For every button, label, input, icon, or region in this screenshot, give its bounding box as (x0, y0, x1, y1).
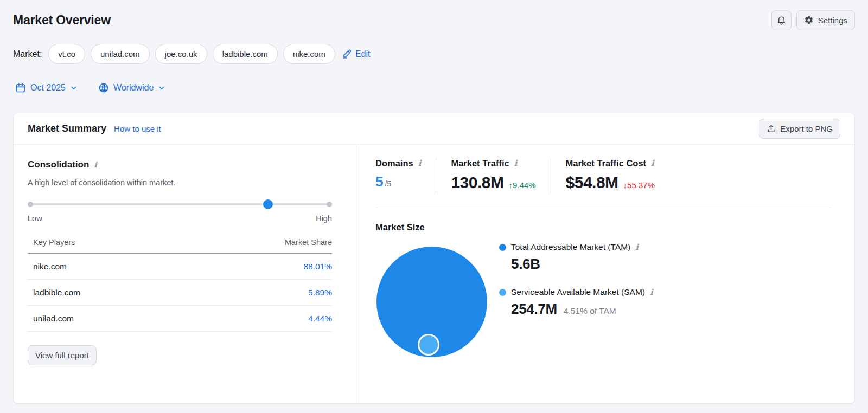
metric-market-traffic: Market Traffic i 130.8M ↑9.44% (451, 158, 535, 192)
domains-label: Domains (375, 158, 413, 169)
domains-value: 5 (375, 173, 383, 190)
sam-bubble (418, 334, 439, 356)
sam-value: 254.7M (511, 301, 557, 318)
info-icon[interactable]: i (514, 159, 518, 167)
bubble-chart (375, 238, 499, 364)
tam-legend-block: Total Addressable Market (TAM) i 5.6B (499, 242, 653, 273)
slider-low-label: Low (28, 214, 42, 223)
view-full-report-label: View full report (35, 351, 89, 360)
page-title: Market Overview (13, 13, 111, 28)
player-domain: nike.com (33, 262, 67, 272)
market-metrics-section: Domains i 5 /5 Market Traffic i (356, 145, 854, 403)
date-filter[interactable]: Oct 2025 (15, 82, 78, 93)
market-traffic-cost-change: ↓55.37% (623, 180, 655, 190)
table-row: ladbible.com 5.89% (28, 280, 332, 306)
slider-high-label: High (316, 214, 332, 223)
market-traffic-cost-value: $54.8M (566, 173, 618, 192)
card-title: Market Summary (28, 123, 106, 134)
market-definition-row: Market: vt.co unilad.com joe.co.uk ladbi… (13, 44, 855, 64)
market-label: Market: (13, 49, 42, 59)
card-body: Consolidation i A high level of consolid… (14, 145, 854, 403)
market-summary-card: Market Summary How to use it Export to P… (13, 113, 855, 404)
globe-icon (98, 82, 109, 93)
key-players-table: Key Players Market Share nike.com 88.01%… (28, 238, 332, 332)
export-png-button[interactable]: Export to PNG (759, 119, 840, 139)
market-size-chart: Total Addressable Market (TAM) i 5.6B Se… (375, 238, 831, 364)
pencil-icon (342, 49, 352, 59)
table-row: unilad.com 4.44% (28, 306, 332, 332)
gear-icon (804, 15, 814, 25)
metric-market-traffic-cost: Market Traffic Cost i $54.8M ↓55.37% (566, 158, 655, 192)
header-actions: Settings (771, 10, 855, 30)
player-share-link[interactable]: 5.89% (308, 288, 332, 298)
chevron-down-icon (158, 84, 165, 92)
edit-market-link[interactable]: Edit (342, 49, 371, 59)
edit-link-label: Edit (355, 49, 371, 59)
export-png-label: Export to PNG (780, 124, 833, 133)
market-traffic-value: 130.8M (451, 173, 503, 192)
consolidation-slider (28, 199, 332, 209)
divider (551, 158, 551, 194)
bell-icon (776, 15, 787, 25)
settings-button[interactable]: Settings (796, 10, 855, 30)
consolidation-section: Consolidation i A high level of consolid… (14, 145, 356, 403)
slider-end-high (327, 202, 332, 207)
date-filter-label: Oct 2025 (30, 83, 66, 93)
info-icon[interactable]: i (651, 159, 654, 167)
info-icon[interactable]: i (418, 159, 422, 167)
player-domain: ladbible.com (33, 288, 80, 298)
metrics-row: Domains i 5 /5 Market Traffic i (375, 158, 831, 208)
slider-end-low (28, 202, 33, 207)
info-icon[interactable]: i (635, 243, 639, 251)
market-overview-page: Market Overview Settings (0, 0, 868, 404)
region-filter[interactable]: Worldwide (98, 82, 165, 93)
settings-button-label: Settings (818, 16, 847, 25)
metric-domains: Domains i 5 /5 (375, 158, 421, 190)
sam-legend-block: Serviceable Available Market (SAM) i 254… (499, 287, 653, 318)
card-header: Market Summary How to use it Export to P… (14, 113, 854, 145)
market-traffic-label: Market Traffic (451, 158, 509, 169)
how-to-use-link[interactable]: How to use it (114, 124, 161, 133)
player-share-link[interactable]: 4.44% (308, 314, 332, 324)
consolidation-description: A high level of consolidation within mar… (28, 178, 332, 187)
market-chip: nike.com (283, 44, 335, 64)
player-domain: unilad.com (33, 314, 74, 324)
calendar-icon (15, 82, 26, 93)
market-chip: vt.co (48, 44, 85, 64)
tam-label: Total Addressable Market (TAM) (511, 242, 630, 252)
market-traffic-change: ↑9.44% (508, 180, 535, 190)
notifications-button[interactable] (771, 10, 792, 30)
player-share-link[interactable]: 88.01% (303, 262, 332, 272)
sam-dot-icon (499, 289, 506, 296)
info-icon[interactable]: i (650, 288, 653, 296)
consolidation-slider-handle (263, 199, 273, 209)
tam-dot-icon (499, 244, 506, 251)
divider (436, 158, 436, 194)
consolidation-title: Consolidation (28, 159, 89, 170)
slider-track (28, 203, 332, 205)
market-chip: joe.co.uk (155, 44, 207, 64)
export-icon (767, 124, 776, 133)
tam-value: 5.6B (511, 256, 540, 273)
market-size-title: Market Size (375, 222, 831, 233)
key-players-header: Key Players (33, 238, 75, 247)
sam-label: Serviceable Available Market (SAM) (511, 287, 645, 297)
info-icon[interactable]: i (94, 161, 97, 169)
sam-percent-of-tam: 4.51% of TAM (564, 306, 616, 316)
chevron-down-icon (70, 84, 78, 92)
table-row: nike.com 88.01% (28, 254, 332, 280)
filters-row: Oct 2025 Worldwide (13, 82, 855, 93)
market-chip: unilad.com (91, 44, 150, 64)
market-size-legend: Total Addressable Market (TAM) i 5.6B Se… (499, 238, 653, 364)
market-chip: ladbible.com (213, 44, 278, 64)
market-traffic-cost-label: Market Traffic Cost (566, 158, 647, 169)
view-full-report-button[interactable]: View full report (28, 345, 97, 365)
market-share-header: Market Share (285, 238, 332, 247)
page-header: Market Overview Settings (13, 10, 855, 30)
domains-total: /5 (385, 179, 391, 188)
region-filter-label: Worldwide (113, 83, 154, 93)
